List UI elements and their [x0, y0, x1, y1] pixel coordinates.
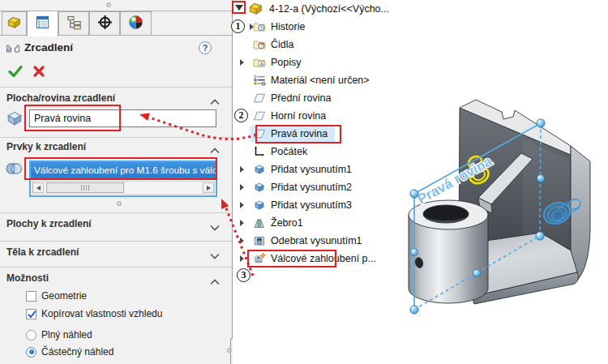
solidworks-window: Pravá rovina 4-12-a (Výchozí<<Výcho... H…: [0, 0, 608, 364]
tree-item-8[interactable]: Počátek: [232, 143, 415, 160]
mirror-plane-input[interactable]: [29, 109, 216, 127]
cancel-button[interactable]: [31, 63, 47, 79]
section-bodies: Těla k zrcadlení: [0, 245, 232, 261]
sensors-folder: [253, 38, 266, 51]
chevron-down-icon[interactable]: [209, 221, 221, 229]
features-list[interactable]: Válcové zahloubení pro M1.6 šroubu s vál…: [29, 161, 217, 197]
property-manager-panel: Zrcadlení ? Plocha/rovina zrcadlení Prvk…: [0, 0, 233, 364]
section-faces: Plochy k zrcadlení: [0, 216, 232, 233]
section-features: Prvky k zrcadlení: [0, 139, 232, 156]
tree-item-12[interactable]: Žebro1: [232, 215, 415, 231]
chevron-down-icon[interactable]: [209, 249, 221, 257]
tree-item-2[interactable]: Čidla: [232, 36, 415, 53]
tree-item-label: Odebrat vysunutím1: [271, 235, 362, 246]
option-label: Částečný náhled: [41, 346, 113, 358]
radio-unselected-icon[interactable]: [26, 330, 36, 340]
checkbox-checked-icon[interactable]: [26, 309, 36, 319]
rib: [253, 216, 266, 229]
expand-arrow-icon[interactable]: [240, 202, 244, 208]
scrollbar-thumb[interactable]: [46, 182, 124, 193]
tree-item-10[interactable]: Přidat vysunutím2: [232, 179, 415, 195]
tree-item-label: Přidat vysunutím3: [271, 199, 352, 211]
checkbox-0[interactable]: Geometrie: [26, 289, 87, 302]
configuration-manager-tab[interactable]: [58, 11, 89, 35]
display-manager-tab[interactable]: [120, 11, 152, 35]
checkbox-unchecked-icon[interactable]: [26, 291, 36, 302]
tree-item-label: Přidat vysunutím1: [271, 164, 352, 175]
boss-extrude: [253, 163, 266, 176]
option-label: Plný náhled: [41, 329, 92, 340]
selected-feature-item[interactable]: Válcové zahloubení pro M1.6 šroubu s vál…: [31, 162, 216, 178]
expand-arrow-icon[interactable]: [240, 255, 244, 262]
horizontal-scrollbar[interactable]: [32, 181, 215, 195]
section-label: Prvky k zrcadlení: [6, 141, 86, 152]
scroll-left-button[interactable]: [32, 182, 44, 193]
radio-0[interactable]: Plný náhled: [26, 328, 92, 341]
dimxpert-tab[interactable]: [89, 11, 120, 35]
expand-arrow-icon[interactable]: [240, 184, 244, 191]
tree-root-item[interactable]: 4-12-a (Výchozí<<Výcho...: [232, 1, 426, 18]
svg-text:A: A: [259, 61, 263, 66]
chevron-up-icon[interactable]: [209, 275, 221, 283]
part-body: [409, 100, 590, 304]
panel-title: Zrcadlení: [24, 41, 73, 54]
property-manager-icon: [35, 15, 50, 33]
tree-item-label: Žebro1: [271, 217, 303, 229]
tree-item-label: Materiál <není určen>: [271, 75, 370, 86]
mirror-feature-icon: [6, 41, 20, 54]
help-button[interactable]: ?: [199, 41, 212, 54]
panel-width-handle[interactable]: [227, 348, 232, 353]
tree-item-14[interactable]: Válcové zahloubení p...: [232, 251, 415, 267]
tree-item-6[interactable]: Horní rovina: [232, 108, 415, 124]
expand-arrow-icon[interactable]: [240, 238, 244, 244]
expand-arrow-icon[interactable]: [240, 220, 244, 226]
tree-item-9[interactable]: Přidat vysunutím1: [232, 161, 415, 178]
tree-item-label: Přední rovina: [271, 92, 331, 104]
section-options: Možnosti: [0, 271, 232, 287]
origin: [253, 145, 266, 158]
section-label: Plochy k zrcadlení: [6, 218, 92, 229]
chevron-up-icon[interactable]: [209, 95, 221, 103]
chevron-up-icon[interactable]: [209, 143, 221, 152]
tree-item-11[interactable]: Přidat vysunutím3: [232, 197, 415, 213]
expand-arrow-icon[interactable]: [240, 59, 244, 66]
property-manager-tab[interactable]: [27, 11, 58, 36]
tree-item-label: Přidat vysunutím2: [271, 182, 352, 193]
tree-item-4[interactable]: Materiál <není určen>: [232, 72, 415, 88]
plane-selection-icon: [6, 109, 24, 127]
section-mirror-plane: Plocha/rovina zrcadlení: [0, 91, 232, 107]
checkbox-1[interactable]: Kopírovat vlastnosti vzhledu: [26, 307, 162, 320]
plane: [253, 92, 266, 105]
tree-item-7[interactable]: Pravá rovina: [232, 126, 415, 142]
tree-item-label: Počátek: [271, 146, 307, 157]
tree-item-label: Historie: [271, 21, 305, 32]
ok-button[interactable]: [7, 63, 24, 79]
tree-item-1[interactable]: Historie: [232, 19, 415, 35]
plane: [253, 109, 266, 122]
features-tab[interactable]: [2, 11, 27, 35]
tree-item-label: Popisy: [271, 57, 302, 68]
part-icon: [6, 15, 22, 33]
section-label: Možnosti: [6, 272, 49, 284]
features-to-mirror-icon: [5, 160, 23, 178]
cut-extrude: [253, 234, 266, 247]
scroll-right-button[interactable]: [203, 182, 214, 193]
boss-extrude: [253, 199, 266, 212]
radio-1[interactable]: Částečný náhled: [26, 345, 113, 358]
tree-item-5[interactable]: Přední rovina: [232, 90, 415, 106]
boss-extrude: [253, 181, 266, 194]
tree-item-label: Čidla: [271, 39, 294, 50]
tree-item-label: Horní rovina: [271, 110, 326, 122]
expand-arrow-icon[interactable]: [240, 166, 244, 173]
panel-splitter-handle[interactable]: [106, 2, 111, 7]
tree-item-13[interactable]: Odebrat vysunutím1: [232, 233, 415, 249]
option-label: Kopírovat vlastnosti vzhledu: [41, 308, 162, 319]
section-label: Plocha/rovina zrcadlení: [6, 92, 115, 104]
listbox-resize-handle[interactable]: [117, 201, 122, 206]
configurations-icon: [66, 15, 82, 33]
part-icon: [248, 1, 263, 16]
tree-item-3[interactable]: APopisy: [232, 54, 415, 71]
radio-selected-icon[interactable]: [26, 347, 36, 358]
history-folder: [253, 20, 266, 33]
tree-item-label: Pravá rovina: [271, 128, 328, 139]
